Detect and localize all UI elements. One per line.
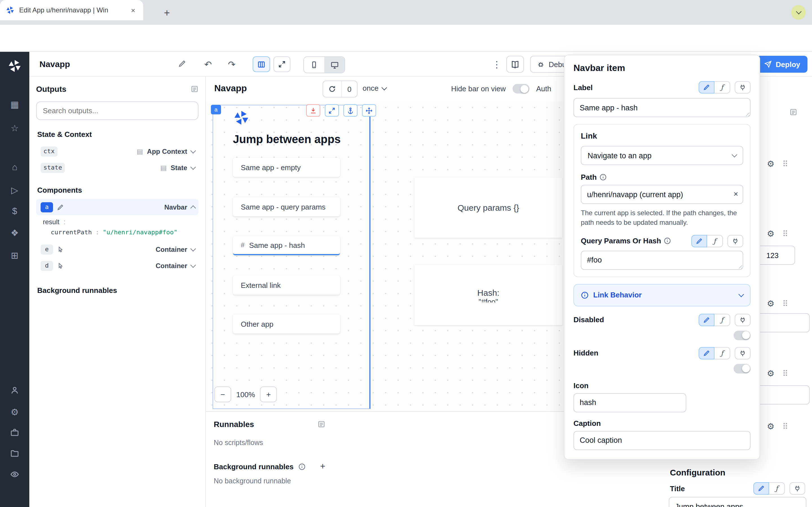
- connect-plug-icon[interactable]: [735, 347, 751, 359]
- config-title-input[interactable]: [669, 497, 806, 507]
- edit-pencil-icon[interactable]: [691, 235, 707, 247]
- anchor-icon[interactable]: [343, 104, 357, 117]
- fullscreen-expand-button[interactable]: [273, 56, 290, 72]
- nav-item-same-app-hash[interactable]: # Same app - hash: [233, 236, 340, 255]
- chevron-down-icon[interactable]: [190, 262, 196, 268]
- rail-runs-play-icon[interactable]: ▷: [0, 181, 29, 198]
- rail-schedules-calendar-icon[interactable]: ⊞: [0, 247, 29, 264]
- query-params-card[interactable]: Query params {}: [414, 177, 562, 238]
- move-icon[interactable]: [362, 104, 376, 117]
- panel-list-icon[interactable]: [191, 85, 199, 93]
- hash-card[interactable]: Hash: "#foo": [414, 265, 562, 325]
- nav-item-same-app-empty[interactable]: Same app - empty: [233, 158, 340, 177]
- redo-icon[interactable]: ↷: [224, 59, 239, 70]
- rail-settings-gear-icon[interactable]: ⚙: [0, 403, 29, 420]
- rail-home-icon[interactable]: ⌂: [0, 159, 29, 176]
- fx-expression-icon[interactable]: ƒ: [714, 81, 730, 94]
- edit-pencil-icon[interactable]: [699, 81, 714, 94]
- expand-down-icon[interactable]: [306, 104, 320, 117]
- browser-profile-chip[interactable]: [791, 5, 806, 20]
- edit-pencil-icon[interactable]: [57, 204, 64, 210]
- deploy-button[interactable]: Deploy: [756, 56, 808, 73]
- rail-variables-dollar-icon[interactable]: $: [0, 203, 29, 220]
- drag-handle-icon[interactable]: ⠿: [782, 422, 788, 431]
- background-runnables-title: Background runnables: [214, 462, 294, 471]
- drag-handle-icon[interactable]: ⠿: [782, 229, 788, 238]
- more-options-kebab-icon[interactable]: ⋮: [490, 59, 504, 70]
- gear-icon[interactable]: ⚙: [767, 159, 774, 169]
- rail-folders-icon[interactable]: [0, 445, 29, 462]
- docs-book-button[interactable]: [506, 56, 524, 73]
- component-row-container-d[interactable]: d Container: [36, 258, 199, 274]
- rail-audit-eye-icon[interactable]: [0, 466, 29, 483]
- search-outputs-input[interactable]: [36, 101, 199, 120]
- panel-list-icon[interactable]: [317, 420, 325, 428]
- layout-columns-button[interactable]: [253, 56, 270, 72]
- fx-expression-icon[interactable]: ƒ: [714, 314, 730, 326]
- fx-expression-icon[interactable]: ƒ: [714, 347, 730, 359]
- edit-pencil-icon[interactable]: [699, 347, 714, 359]
- component-row-container-e[interactable]: e Container: [36, 241, 199, 258]
- drag-handle-icon[interactable]: ⠿: [782, 299, 788, 308]
- gear-icon[interactable]: ⚙: [767, 298, 774, 309]
- gear-icon[interactable]: ⚙: [767, 421, 774, 432]
- new-tab-button[interactable]: +: [160, 6, 174, 20]
- info-icon[interactable]: [599, 173, 607, 181]
- edit-pencil-icon[interactable]: [699, 314, 714, 326]
- rail-favorites-star-icon[interactable]: ☆: [0, 119, 29, 136]
- output-row-state[interactable]: state ▤ State: [36, 159, 199, 176]
- chevron-down-icon[interactable]: [190, 245, 196, 251]
- hidden-toggle[interactable]: [733, 364, 751, 374]
- caption-input[interactable]: [573, 431, 751, 450]
- rail-workers-person-icon[interactable]: [0, 382, 29, 399]
- recompute-counter[interactable]: 0: [322, 80, 357, 98]
- browser-tab[interactable]: Edit App u/henri/navapp | Win ×: [0, 0, 143, 20]
- windmill-logo-icon[interactable]: [0, 57, 29, 74]
- connect-plug-icon[interactable]: [735, 314, 751, 326]
- gear-icon[interactable]: ⚙: [767, 229, 774, 239]
- edit-pencil-icon[interactable]: [753, 482, 769, 495]
- recompute-mode-dropdown[interactable]: once: [363, 84, 386, 93]
- fx-expression-icon[interactable]: ƒ: [707, 235, 723, 247]
- tab-close-icon[interactable]: ×: [129, 6, 138, 15]
- label-input[interactable]: [573, 98, 751, 117]
- rail-resources-icon[interactable]: ❖: [0, 224, 29, 241]
- drag-handle-icon[interactable]: ⠿: [782, 369, 788, 378]
- info-icon[interactable]: [664, 237, 671, 245]
- rail-jobs-briefcase-icon[interactable]: [0, 424, 29, 441]
- query-params-input[interactable]: [581, 251, 743, 270]
- connect-plug-icon[interactable]: [735, 81, 751, 94]
- clear-path-icon[interactable]: ×: [733, 189, 738, 198]
- mobile-preview-button[interactable]: [304, 57, 324, 73]
- link-behavior-collapsible[interactable]: Link Behavior: [573, 284, 751, 306]
- fx-expression-icon[interactable]: ƒ: [769, 482, 785, 495]
- add-background-runnable-button[interactable]: +: [320, 461, 325, 471]
- nav-item-other-app[interactable]: Other app: [233, 314, 340, 334]
- zoom-out-button[interactable]: −: [214, 386, 231, 402]
- gear-icon[interactable]: ⚙: [767, 369, 774, 379]
- chevron-down-icon[interactable]: [190, 164, 196, 170]
- chevron-up-icon[interactable]: [190, 205, 196, 211]
- undo-icon[interactable]: ↶: [201, 59, 215, 70]
- output-row-ctx[interactable]: ctx ▤ App Context: [36, 143, 199, 159]
- component-row-navbar[interactable]: a Navbar: [36, 199, 199, 215]
- hide-bar-toggle[interactable]: [513, 84, 529, 94]
- info-icon[interactable]: [298, 463, 305, 470]
- panel-list-icon[interactable]: [790, 108, 797, 116]
- desktop-preview-button[interactable]: [324, 57, 345, 73]
- fullscreen-icon[interactable]: [325, 104, 339, 117]
- connect-plug-icon[interactable]: [790, 482, 805, 495]
- zoom-in-button[interactable]: +: [260, 386, 277, 402]
- disabled-toggle[interactable]: [733, 331, 751, 340]
- query-params-label: Query Params Or Hash: [581, 237, 661, 245]
- chevron-down-icon[interactable]: [190, 148, 196, 153]
- edit-name-pencil-icon[interactable]: [175, 60, 190, 68]
- link-type-select[interactable]: Navigate to an app: [581, 146, 743, 165]
- nav-item-query-params[interactable]: Same app - query params: [233, 197, 340, 216]
- path-input[interactable]: [581, 185, 743, 204]
- icon-input[interactable]: [573, 393, 686, 412]
- rail-grid-icon[interactable]: ▦: [0, 96, 29, 113]
- nav-item-external-link[interactable]: External link: [233, 276, 340, 295]
- connect-plug-icon[interactable]: [727, 235, 743, 247]
- drag-handle-icon[interactable]: ⠿: [782, 159, 788, 168]
